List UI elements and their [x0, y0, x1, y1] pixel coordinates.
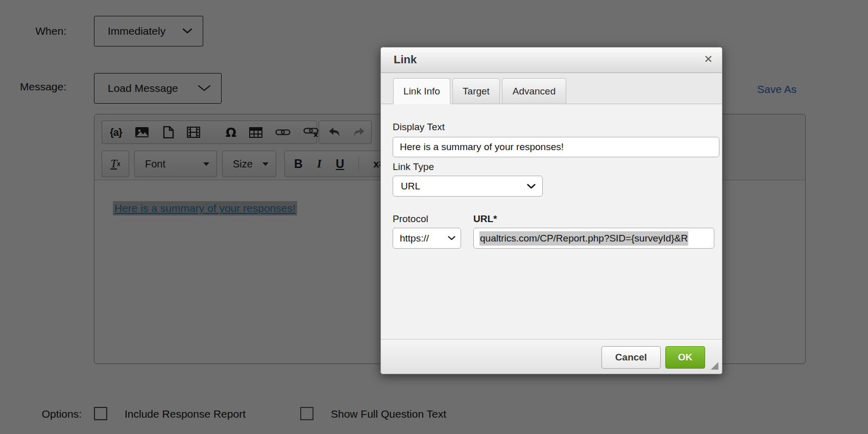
url-input[interactable]: qualtrics.com/CP/Report.php?SID={surveyI…: [473, 228, 714, 249]
link-type-select[interactable]: URL: [393, 176, 543, 197]
dialog-title: Link: [394, 53, 417, 66]
dialog-tabstrip: Link Info Target Advanced: [381, 73, 722, 104]
link-type-value: URL: [393, 181, 420, 192]
link-type-label: Link Type: [393, 161, 434, 173]
chevron-down-icon: [527, 184, 536, 189]
display-text-input[interactable]: [393, 137, 719, 157]
tab-target[interactable]: Target: [452, 78, 500, 104]
dialog-resize-handle[interactable]: [711, 362, 718, 370]
url-selected-text: qualtrics.com/CP/Report.php?SID={surveyI…: [479, 231, 688, 246]
dialog-titlebar[interactable]: Link ✕: [381, 47, 722, 73]
cancel-button[interactable]: Cancel: [601, 346, 661, 369]
protocol-value: https://: [393, 233, 429, 244]
close-icon[interactable]: ✕: [704, 53, 713, 65]
ok-button[interactable]: OK: [665, 346, 705, 369]
url-label: URL*: [473, 213, 497, 225]
tab-link-info[interactable]: Link Info: [393, 78, 450, 104]
dialog-footer: Cancel OK: [381, 339, 722, 374]
display-text-label: Display Text: [393, 122, 445, 133]
chevron-down-icon: [448, 236, 455, 240]
protocol-select[interactable]: https://: [393, 228, 461, 249]
protocol-label: Protocol: [393, 213, 428, 225]
tab-advanced[interactable]: Advanced: [502, 78, 566, 104]
link-dialog: Link ✕ Link Info Target Advanced Display…: [380, 47, 722, 374]
